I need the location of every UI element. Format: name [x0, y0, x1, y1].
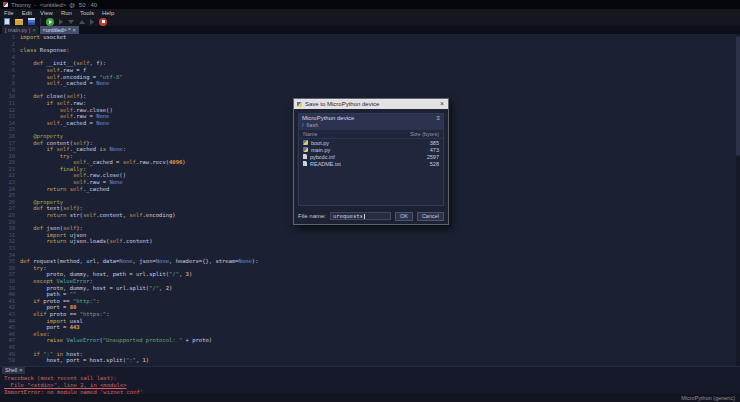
file-row[interactable]: main.py473 [299, 146, 443, 153]
code-line: 32 return ujson.loads(self.content) [0, 238, 740, 245]
code-line: 3class Response: [0, 47, 740, 54]
line-number: 6 [0, 67, 20, 74]
ok-button[interactable]: OK [395, 212, 413, 221]
line-number: 2 [0, 41, 20, 48]
line-number: 3 [0, 47, 20, 54]
column-size[interactable]: Size (bytes) [410, 131, 439, 137]
file-name: boot.py [311, 140, 329, 146]
line-number: 35 [0, 258, 20, 265]
code-line: 47 raise ValueError("Unsupported protoco… [0, 337, 740, 344]
code-line: 40 path = "" [0, 291, 740, 298]
tab-close-icon[interactable]: × [32, 27, 35, 33]
line-number: 24 [0, 186, 20, 193]
tab-close-icon[interactable]: × [72, 27, 75, 33]
code-line: 34 [0, 252, 740, 259]
line-number: 48 [0, 344, 20, 351]
line-number: 19 [0, 153, 20, 160]
backend-selector[interactable]: MicroPython (generic) [681, 395, 735, 401]
traceback-link[interactable]: File "<stdin>", line 2, in <module> [4, 382, 143, 389]
code-line: 31 import ujson [0, 232, 740, 239]
code-line: 42 port = 80 [0, 304, 740, 311]
code-line: 48 [0, 344, 740, 351]
dialog-title: Save to MicroPython device [305, 101, 436, 107]
dialog-titlebar[interactable]: Save to MicroPython device × [294, 99, 448, 109]
code-line: 39 proto, dummy, host = url.split("/", 2… [0, 285, 740, 292]
toolbar-separator [40, 18, 41, 25]
dialog-icon [297, 102, 302, 107]
editor-tab-bar: [ main.py ]×<untitled> *× [0, 26, 740, 34]
code-line: 43 elif proto == "https:": [0, 311, 740, 318]
save-file-icon[interactable] [28, 18, 35, 25]
browser-menu-icon[interactable]: ≡ [436, 115, 440, 121]
file-row[interactable]: README.txt528 [299, 160, 443, 167]
shell-tab[interactable]: Shell × [2, 367, 25, 374]
device-name: MicroPython device [302, 115, 440, 122]
line-number: 28 [0, 212, 20, 219]
line-number: 9 [0, 87, 20, 94]
menu-run[interactable]: Run [57, 9, 76, 17]
line-number: 8 [0, 80, 20, 87]
run-script-icon[interactable] [46, 18, 54, 26]
menu-file[interactable]: File [0, 9, 18, 17]
code-line: 6 self.raw = f [0, 67, 740, 74]
menu-bar: FileEditViewRunToolsHelp [0, 9, 740, 17]
line-number: 29 [0, 219, 20, 226]
code-line: 45 port = 443 [0, 324, 740, 331]
code-line: 5 def __init__(self, f): [0, 60, 740, 67]
step-over-icon[interactable] [59, 19, 63, 25]
step-out-icon[interactable] [79, 20, 85, 24]
device-path-breadcrumb[interactable]: / flash [302, 122, 440, 128]
line-number: 1 [0, 34, 20, 41]
line-number: 10 [0, 93, 20, 100]
code-line: 36 try: [0, 265, 740, 272]
line-number: 45 [0, 324, 20, 331]
filename-input[interactable]: urequests [330, 212, 391, 220]
line-number: 46 [0, 331, 20, 338]
line-number: 47 [0, 337, 20, 344]
dialog-close-icon[interactable]: × [439, 99, 445, 109]
line-number: 18 [0, 146, 20, 153]
line-number: 50 [0, 357, 20, 364]
menu-edit[interactable]: Edit [18, 9, 36, 17]
code-line: 2 [0, 41, 740, 48]
device-file-browser: MicroPython device / flash ≡ Name Size (… [298, 113, 444, 206]
editor-tab[interactable]: <untitled> *× [40, 26, 79, 34]
menu-tools[interactable]: Tools [76, 9, 98, 17]
new-file-icon[interactable] [4, 18, 10, 25]
code-line: 46 else: [0, 331, 740, 338]
menu-view[interactable]: View [36, 9, 57, 17]
code-line: 50 host, port = host.split(":", 1) [0, 357, 740, 364]
editor-scrollbar[interactable] [736, 34, 740, 366]
stop-restart-icon[interactable] [99, 18, 107, 26]
code-line: 38 except ValueError: [0, 278, 740, 285]
shell-tab-close-icon[interactable]: × [19, 367, 22, 374]
line-number: 13 [0, 113, 20, 120]
cancel-button[interactable]: Cancel [417, 212, 444, 221]
file-list-columns: Name Size (bytes) [299, 130, 443, 139]
line-number: 20 [0, 159, 20, 166]
editor-tab[interactable]: [ main.py ]× [2, 26, 39, 34]
file-row[interactable]: boot.py385 [299, 139, 443, 146]
resume-icon[interactable] [90, 19, 94, 25]
column-name[interactable]: Name [303, 131, 318, 137]
code-line: 35def request(method, url, data=None, js… [0, 258, 740, 265]
editor-scrollbar-thumb[interactable] [736, 36, 740, 156]
shell-output: Traceback (most recent call last): File … [4, 375, 143, 396]
text-caret [364, 214, 365, 219]
save-dialog: Save to MicroPython device × MicroPython… [293, 98, 449, 225]
file-row[interactable]: pybcdc.inf2597 [299, 153, 443, 160]
line-number: 44 [0, 318, 20, 325]
line-number: 15 [0, 126, 20, 133]
line-number: 43 [0, 311, 20, 318]
shell-panel: Shell × Traceback (most recent call last… [0, 366, 740, 394]
open-file-icon[interactable] [15, 19, 23, 25]
code-line: 49 if ":" in host: [0, 351, 740, 358]
shell-tab-label: Shell [5, 367, 17, 374]
menu-help[interactable]: Help [98, 9, 118, 17]
file-size: 2597 [427, 154, 439, 160]
line-number: 34 [0, 252, 20, 259]
code-line: 4 [0, 54, 740, 61]
line-number: 39 [0, 285, 20, 292]
line-number: 22 [0, 172, 20, 179]
step-into-icon[interactable] [68, 20, 74, 24]
